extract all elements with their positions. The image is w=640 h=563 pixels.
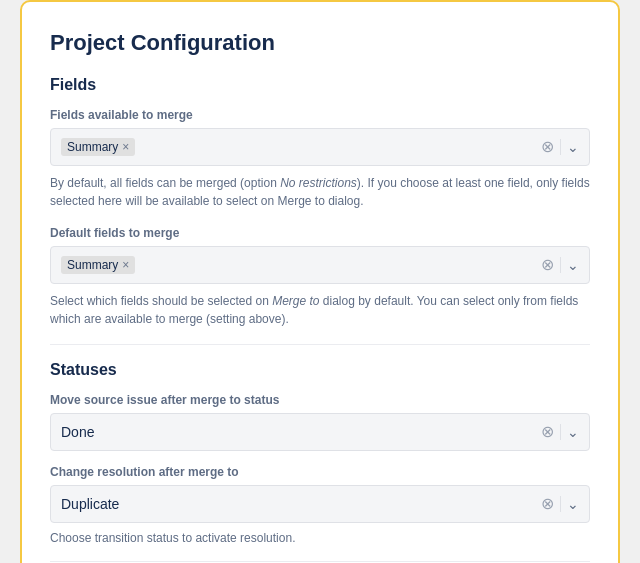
statuses-heading: Statuses: [50, 361, 590, 379]
summary-tag-available-label: Summary: [67, 140, 118, 154]
default-help-text: Select which fields should be selected o…: [50, 292, 590, 328]
move-status-select[interactable]: Done ⊗ ⌄: [50, 413, 590, 451]
resolution-value: Duplicate: [61, 496, 541, 512]
summary-tag-available: Summary ×: [61, 138, 135, 156]
summary-tag-default-remove[interactable]: ×: [122, 259, 129, 271]
default-fields-select[interactable]: Summary × ⊗ ⌄: [50, 246, 590, 284]
summary-tag-available-remove[interactable]: ×: [122, 141, 129, 153]
page-title: Project Configuration: [50, 30, 590, 56]
resolution-label: Change resolution after merge to: [50, 465, 590, 479]
resolution-controls: ⊗ ⌄: [541, 496, 579, 512]
available-chevron-icon[interactable]: ⌄: [567, 139, 579, 155]
available-to-merge-select[interactable]: Summary × ⊗ ⌄: [50, 128, 590, 166]
move-status-group: Move source issue after merge to status …: [50, 393, 590, 451]
statuses-section: Statuses Move source issue after merge t…: [50, 361, 590, 545]
default-divider: [560, 257, 561, 273]
available-clear-icon[interactable]: ⊗: [541, 139, 554, 155]
default-fields-label: Default fields to merge: [50, 226, 590, 240]
project-configuration-card: Project Configuration Fields Fields avai…: [20, 0, 620, 563]
default-chevron-icon[interactable]: ⌄: [567, 257, 579, 273]
move-status-clear-icon[interactable]: ⊗: [541, 424, 554, 440]
available-to-merge-label: Fields available to merge: [50, 108, 590, 122]
section-divider-2: [50, 561, 590, 562]
default-tags-container: Summary ×: [61, 256, 541, 274]
resolution-chevron-icon[interactable]: ⌄: [567, 496, 579, 512]
default-clear-icon[interactable]: ⊗: [541, 257, 554, 273]
fields-heading: Fields: [50, 76, 590, 94]
summary-tag-default-label: Summary: [67, 258, 118, 272]
summary-tag-default: Summary ×: [61, 256, 135, 274]
move-status-divider: [560, 424, 561, 440]
available-help-text: By default, all fields can be merged (op…: [50, 174, 590, 210]
move-status-controls: ⊗ ⌄: [541, 424, 579, 440]
resolution-clear-icon[interactable]: ⊗: [541, 496, 554, 512]
resolution-group: Change resolution after merge to Duplica…: [50, 465, 590, 545]
move-status-value: Done: [61, 424, 541, 440]
fields-section: Fields Fields available to merge Summary…: [50, 76, 590, 328]
available-tags-container: Summary ×: [61, 138, 541, 156]
default-select-controls: ⊗ ⌄: [541, 257, 579, 273]
default-fields-group: Default fields to merge Summary × ⊗ ⌄ Se…: [50, 226, 590, 328]
resolution-select[interactable]: Duplicate ⊗ ⌄: [50, 485, 590, 523]
resolution-divider: [560, 496, 561, 512]
resolution-help-text: Choose transition status to activate res…: [50, 531, 590, 545]
available-select-controls: ⊗ ⌄: [541, 139, 579, 155]
available-to-merge-group: Fields available to merge Summary × ⊗ ⌄ …: [50, 108, 590, 210]
available-divider: [560, 139, 561, 155]
move-status-chevron-icon[interactable]: ⌄: [567, 424, 579, 440]
move-status-label: Move source issue after merge to status: [50, 393, 590, 407]
section-divider-1: [50, 344, 590, 345]
